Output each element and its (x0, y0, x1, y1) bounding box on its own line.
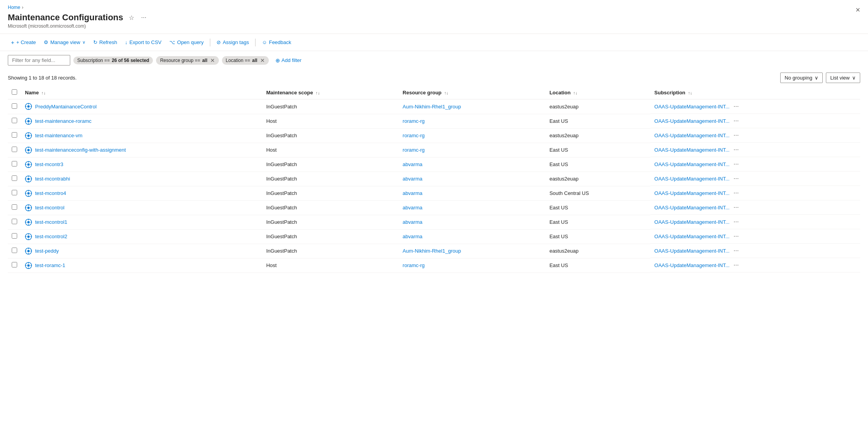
pin-button[interactable]: ☆ (127, 13, 136, 22)
row-rg-link[interactable]: roramc-rg (403, 133, 424, 138)
row-name-link[interactable]: test-roramc-1 (35, 262, 65, 268)
row-name-link[interactable]: test-mcontrol1 (35, 219, 67, 225)
row-checkbox-cell[interactable] (8, 229, 21, 244)
row-checkbox-cell[interactable] (8, 157, 21, 172)
row-name-link[interactable]: test-mcontrabhi (35, 176, 70, 182)
row-checkbox-cell[interactable] (8, 128, 21, 143)
row-rg-link[interactable]: roramc-rg (403, 118, 424, 124)
row-sub-link[interactable]: OAAS-UpdateManagement-INT... (654, 248, 730, 254)
row-checkbox[interactable] (12, 204, 17, 210)
create-button[interactable]: + + Create (8, 37, 39, 48)
row-name-link[interactable]: test-mcontrol2 (35, 234, 67, 239)
row-more-button[interactable]: ··· (731, 160, 741, 168)
row-checkbox[interactable] (12, 262, 17, 267)
row-more-button[interactable]: ··· (731, 261, 741, 269)
row-sub-link[interactable]: OAAS-UpdateManagement-INT... (654, 118, 730, 124)
row-rg-link[interactable]: abvarma (403, 161, 422, 167)
row-checkbox-cell[interactable] (8, 200, 21, 215)
row-name-link[interactable]: test-maintenanceconfig-with-assignment (35, 147, 126, 153)
row-sub-link[interactable]: OAAS-UpdateManagement-INT... (654, 205, 730, 211)
row-checkbox-cell[interactable] (8, 143, 21, 157)
sort-sub-icon[interactable]: ↑↓ (688, 90, 692, 95)
row-checkbox-cell[interactable] (8, 114, 21, 128)
manage-view-button[interactable]: ⚙ Manage view ∨ (41, 37, 89, 47)
row-name-link[interactable]: test-mcontr3 (35, 161, 63, 167)
row-rg-link[interactable]: abvarma (403, 176, 422, 182)
row-sub-link[interactable]: OAAS-UpdateManagement-INT... (654, 161, 730, 167)
row-sub-link[interactable]: OAAS-UpdateManagement-INT... (654, 147, 730, 153)
row-checkbox[interactable] (12, 103, 17, 109)
row-name-link[interactable]: test-peddy (35, 248, 59, 254)
refresh-button[interactable]: ↻ Refresh (90, 37, 121, 47)
row-sub-link[interactable]: OAAS-UpdateManagement-INT... (654, 234, 730, 239)
row-checkbox-cell[interactable] (8, 258, 21, 273)
row-rg-link[interactable]: Aum-Nikhim-Rhel1_group (403, 104, 461, 110)
row-more-button[interactable]: ··· (731, 203, 741, 212)
row-name-link[interactable]: test-mcontro4 (35, 190, 66, 196)
row-checkbox-cell[interactable] (8, 99, 21, 114)
row-name-link[interactable]: test-maintenance-vm (35, 133, 82, 138)
filter-input[interactable] (8, 55, 70, 65)
row-sub-link[interactable]: OAAS-UpdateManagement-INT... (654, 133, 730, 138)
row-checkbox[interactable] (12, 147, 17, 152)
row-checkbox[interactable] (12, 233, 17, 239)
row-sub-link[interactable]: OAAS-UpdateManagement-INT... (654, 219, 730, 225)
row-checkbox[interactable] (12, 248, 17, 253)
open-query-button[interactable]: ⌥ Open query (166, 37, 207, 47)
sort-rg-icon[interactable]: ↑↓ (444, 90, 448, 95)
row-rg-link[interactable]: abvarma (403, 219, 422, 225)
row-more-button[interactable]: ··· (731, 117, 741, 125)
row-name-link[interactable]: test-mcontrol (35, 205, 64, 211)
row-checkbox[interactable] (12, 190, 17, 195)
row-subscription: OAAS-UpdateManagement-INT... ··· (650, 143, 860, 157)
select-all-checkbox[interactable] (12, 89, 17, 95)
export-csv-button[interactable]: ↓ Export to CSV (122, 37, 165, 47)
row-more-button[interactable]: ··· (731, 218, 741, 226)
more-options-button[interactable]: ··· (140, 13, 148, 22)
add-filter-button[interactable]: ⊕ Add filter (272, 55, 305, 65)
row-checkbox[interactable] (12, 118, 17, 123)
row-sub-link[interactable]: OAAS-UpdateManagement-INT... (654, 190, 730, 196)
row-rg-link[interactable]: Aum-Nikhim-Rhel1_group (403, 248, 461, 254)
row-checkbox-cell[interactable] (8, 244, 21, 258)
row-rg-link[interactable]: roramc-rg (403, 147, 424, 153)
row-name-link[interactable]: test-maintenance-roramc (35, 118, 92, 124)
row-more-button[interactable]: ··· (731, 246, 741, 255)
row-checkbox-cell[interactable] (8, 172, 21, 186)
row-sub-link[interactable]: OAAS-UpdateManagement-INT... (654, 176, 730, 182)
row-sub-link[interactable]: OAAS-UpdateManagement-INT... (654, 104, 730, 110)
row-sub-link[interactable]: OAAS-UpdateManagement-INT... (654, 262, 730, 268)
sort-name-icon[interactable]: ↑↓ (41, 90, 46, 95)
row-checkbox[interactable] (12, 161, 17, 166)
row-name-link[interactable]: PreddyMantainanceControl (35, 104, 97, 110)
sort-location-icon[interactable]: ↑↓ (573, 90, 577, 95)
breadcrumb-home[interactable]: Home (8, 5, 20, 10)
close-button[interactable]: × (856, 5, 860, 14)
feedback-button[interactable]: ☺ Feedback (259, 37, 294, 47)
row-checkbox-cell[interactable] (8, 215, 21, 229)
grouping-dropdown[interactable]: No grouping ∨ (780, 73, 823, 83)
row-rg-link[interactable]: abvarma (403, 190, 422, 196)
row-rg-link[interactable]: abvarma (403, 234, 422, 239)
row-more-button[interactable]: ··· (731, 131, 741, 140)
row-checkbox-cell[interactable] (8, 186, 21, 200)
select-all-header[interactable] (8, 86, 21, 99)
view-dropdown[interactable]: List view ∨ (826, 73, 860, 83)
assign-tags-button[interactable]: ⊘ Assign tags (213, 37, 252, 47)
row-checkbox[interactable] (12, 219, 17, 224)
row-more-button[interactable]: ··· (731, 232, 741, 241)
remove-location-filter[interactable]: ✕ (260, 57, 265, 64)
remove-resource-group-filter[interactable]: ✕ (210, 57, 215, 64)
svg-point-31 (27, 178, 30, 180)
row-more-button[interactable]: ··· (731, 174, 741, 183)
col-name: Name ↑↓ (21, 86, 262, 99)
row-rg-link[interactable]: abvarma (403, 205, 422, 211)
row-location: East US (545, 157, 650, 172)
row-checkbox[interactable] (12, 132, 17, 138)
row-rg-link[interactable]: roramc-rg (403, 262, 424, 268)
row-checkbox[interactable] (12, 175, 17, 181)
row-more-button[interactable]: ··· (731, 189, 741, 197)
row-more-button[interactable]: ··· (731, 145, 741, 154)
sort-scope-icon[interactable]: ↑↓ (316, 90, 320, 95)
row-more-button[interactable]: ··· (731, 102, 741, 111)
